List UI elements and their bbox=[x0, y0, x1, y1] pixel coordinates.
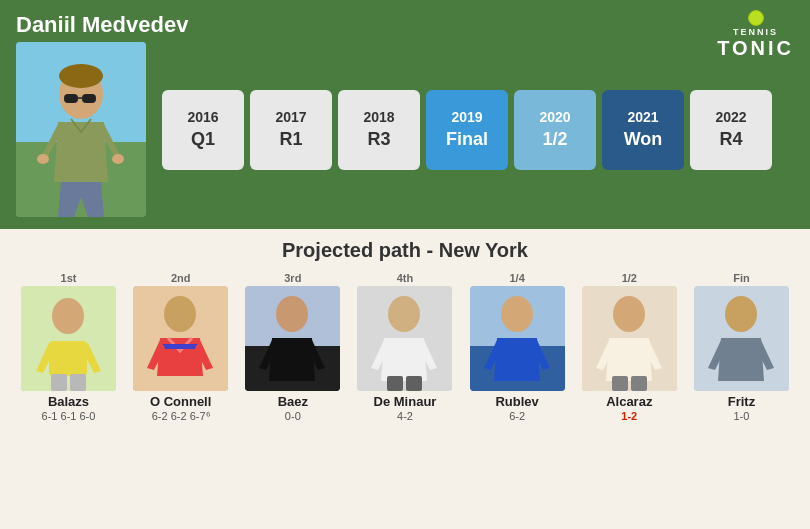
svg-point-3 bbox=[59, 64, 103, 88]
opponent-score: 0-0 bbox=[285, 410, 301, 422]
opponent-card-rublev: 1/4Rublev6-2 bbox=[465, 272, 570, 423]
year-label: 2017 bbox=[275, 109, 306, 125]
year-result: R3 bbox=[367, 129, 390, 150]
opponent-photo bbox=[245, 286, 340, 391]
opponent-score: 1-0 bbox=[733, 410, 749, 422]
year-result: Won bbox=[624, 129, 663, 150]
opponent-name: Alcaraz bbox=[606, 394, 652, 409]
round-label: 1st bbox=[61, 272, 77, 284]
player-photo bbox=[16, 42, 146, 217]
year-result: Q1 bbox=[191, 129, 215, 150]
projected-title: Projected path - New York bbox=[16, 239, 794, 262]
opponent-name: Balazs bbox=[48, 394, 89, 409]
opponent-score: 4-2 bbox=[397, 410, 413, 422]
svg-rect-13 bbox=[70, 374, 86, 391]
svg-point-15 bbox=[164, 296, 196, 332]
opponent-name: De Minaur bbox=[374, 394, 437, 409]
svg-rect-11 bbox=[49, 341, 87, 376]
top-section: Daniil Medvedev TENNIS TONIC bbox=[0, 0, 810, 229]
round-label: 3rd bbox=[284, 272, 301, 284]
main-container: Daniil Medvedev TENNIS TONIC bbox=[0, 0, 810, 529]
year-result: Final bbox=[446, 129, 488, 150]
years-container: 2016Q12017R12018R32019Final20201/22021Wo… bbox=[162, 90, 794, 170]
round-label: 4th bbox=[397, 272, 414, 284]
year-result: R4 bbox=[719, 129, 742, 150]
svg-point-32 bbox=[725, 296, 757, 332]
opponent-photo bbox=[470, 286, 565, 391]
opponent-card-balazs: 1stBalazs6-1 6-1 6-0 bbox=[16, 272, 121, 423]
svg-rect-16 bbox=[161, 344, 199, 349]
players-row: 1stBalazs6-1 6-1 6-02ndO Connell6-2 6-2 … bbox=[16, 272, 794, 423]
opponent-card-de-minaur: 4thDe Minaur4-2 bbox=[352, 272, 457, 423]
svg-rect-30 bbox=[631, 376, 647, 391]
svg-rect-12 bbox=[51, 374, 67, 391]
years-row: 2016Q12017R12018R32019Final20201/22021Wo… bbox=[162, 90, 794, 170]
year-label: 2018 bbox=[363, 109, 394, 125]
tennis-ball-icon bbox=[748, 10, 764, 26]
year-card-2019: 2019Final bbox=[426, 90, 508, 170]
logo-area: TENNIS TONIC bbox=[717, 10, 794, 58]
bottom-section: Projected path - New York 1stBalazs6-1 6… bbox=[0, 229, 810, 529]
svg-rect-4 bbox=[64, 94, 78, 103]
opponent-photo bbox=[582, 286, 677, 391]
opponent-score: 6-2 6-2 6-7⁶ bbox=[152, 410, 210, 423]
year-label: 2022 bbox=[715, 109, 746, 125]
opponent-score: 6-2 bbox=[509, 410, 525, 422]
svg-point-8 bbox=[112, 154, 124, 164]
opponent-photo bbox=[357, 286, 452, 391]
player-silhouette bbox=[16, 42, 146, 217]
opponent-photo bbox=[694, 286, 789, 391]
svg-rect-23 bbox=[406, 376, 422, 391]
round-label: Fin bbox=[733, 272, 750, 284]
round-label: 2nd bbox=[171, 272, 191, 284]
svg-point-21 bbox=[388, 296, 420, 332]
svg-rect-22 bbox=[387, 376, 403, 391]
year-label: 2019 bbox=[451, 109, 482, 125]
svg-point-19 bbox=[276, 296, 308, 332]
svg-point-26 bbox=[501, 296, 533, 332]
year-label: 2020 bbox=[539, 109, 570, 125]
opponent-name: O Connell bbox=[150, 394, 211, 409]
opponent-photo bbox=[21, 286, 116, 391]
year-card-2021: 2021Won bbox=[602, 90, 684, 170]
svg-rect-29 bbox=[612, 376, 628, 391]
player-name: Daniil Medvedev bbox=[16, 12, 188, 38]
year-card-2020: 20201/2 bbox=[514, 90, 596, 170]
year-card-2016: 2016Q1 bbox=[162, 90, 244, 170]
tonic-text: TONIC bbox=[717, 38, 794, 58]
svg-point-10 bbox=[52, 298, 84, 334]
opponent-card-o-connell: 2ndO Connell6-2 6-2 6-7⁶ bbox=[128, 272, 233, 423]
year-label: 2021 bbox=[627, 109, 658, 125]
year-card-2017: 2017R1 bbox=[250, 90, 332, 170]
year-result: R1 bbox=[279, 129, 302, 150]
opponent-score: 1-2 bbox=[621, 410, 637, 422]
opponent-score: 6-1 6-1 6-0 bbox=[42, 410, 96, 422]
opponent-name: Fritz bbox=[728, 394, 755, 409]
year-label: 2016 bbox=[187, 109, 218, 125]
opponent-name: Baez bbox=[278, 394, 308, 409]
tennis-logo: TENNIS TONIC bbox=[717, 10, 794, 58]
opponent-name: Rublev bbox=[495, 394, 538, 409]
opponent-card-baez: 3rdBaez0-0 bbox=[240, 272, 345, 423]
tennis-text: TENNIS bbox=[733, 27, 778, 37]
round-label: 1/2 bbox=[622, 272, 637, 284]
round-label: 1/4 bbox=[509, 272, 524, 284]
year-result: 1/2 bbox=[542, 129, 567, 150]
year-card-2018: 2018R3 bbox=[338, 90, 420, 170]
opponent-photo bbox=[133, 286, 228, 391]
year-card-2022: 2022R4 bbox=[690, 90, 772, 170]
svg-point-28 bbox=[613, 296, 645, 332]
opponent-card-fritz: FinFritz1-0 bbox=[689, 272, 794, 423]
opponent-card-alcaraz: 1/2Alcaraz1-2 bbox=[577, 272, 682, 423]
svg-rect-5 bbox=[82, 94, 96, 103]
svg-point-7 bbox=[37, 154, 49, 164]
